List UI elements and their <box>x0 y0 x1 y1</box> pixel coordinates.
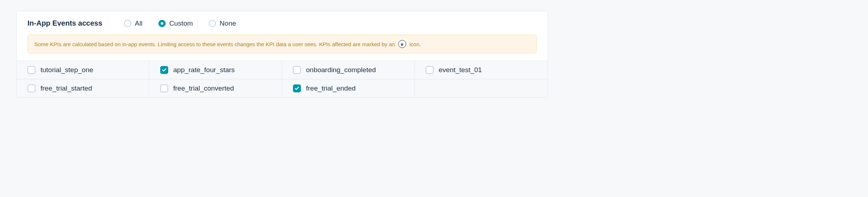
checkbox-icon <box>27 84 35 92</box>
radio-group: All Custom None <box>124 19 236 27</box>
header-row: In-App Events access All Custom None <box>17 11 548 35</box>
events-grid: tutorial_step_oneapp_rate_four_starsonbo… <box>17 61 548 97</box>
event-label: event_test_01 <box>439 66 482 74</box>
checkbox-icon <box>27 66 35 74</box>
radio-circle-icon <box>209 20 216 27</box>
checkbox-icon <box>160 84 168 92</box>
event-cell <box>415 79 548 97</box>
event-label: tutorial_step_one <box>41 66 93 74</box>
event-label: free_trial_ended <box>306 84 356 92</box>
checkbox-icon <box>293 66 301 74</box>
radio-label: None <box>220 19 236 27</box>
info-banner: Some KPIs are calculated based on in-app… <box>27 35 537 53</box>
checkbox-icon <box>293 84 301 92</box>
banner-text-before: Some KPIs are calculated based on in-app… <box>34 41 395 47</box>
radio-circle-icon <box>158 20 166 27</box>
event-cell[interactable]: free_trial_converted <box>149 79 282 97</box>
event-cell[interactable]: free_trial_started <box>17 79 149 97</box>
radio-none[interactable]: None <box>209 19 236 27</box>
banner-text-after: icon. <box>409 41 421 47</box>
event-cell[interactable]: free_trial_ended <box>282 79 415 97</box>
radio-label: Custom <box>169 19 193 27</box>
section-title: In-App Events access <box>27 19 102 27</box>
events-access-card: In-App Events access All Custom None Som… <box>16 11 548 98</box>
radio-circle-icon <box>124 20 131 27</box>
radio-label: All <box>135 19 142 27</box>
event-label: free_trial_converted <box>173 84 234 92</box>
event-cell[interactable]: tutorial_step_one <box>17 61 149 79</box>
event-cell[interactable]: onboarding_completed <box>282 61 415 79</box>
radio-custom[interactable]: Custom <box>158 19 193 27</box>
kpi-e-icon: e <box>398 40 406 48</box>
event-label: app_rate_four_stars <box>173 66 235 74</box>
radio-all[interactable]: All <box>124 19 142 27</box>
checkbox-icon <box>160 66 168 74</box>
event-label: onboarding_completed <box>306 66 376 74</box>
event-cell[interactable]: app_rate_four_stars <box>149 61 282 79</box>
checkbox-icon <box>426 66 434 74</box>
event-label: free_trial_started <box>41 84 92 92</box>
event-cell[interactable]: event_test_01 <box>415 61 548 79</box>
